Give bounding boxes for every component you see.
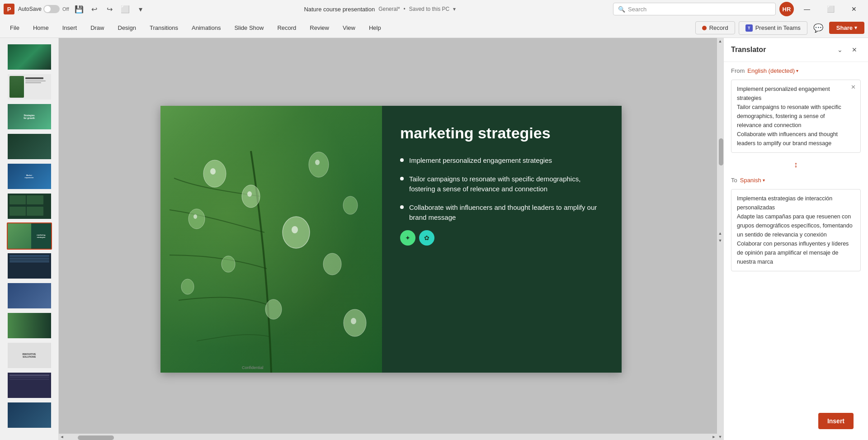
- from-label: From: [731, 67, 745, 74]
- vertical-scroll-thumb[interactable]: [719, 138, 723, 166]
- undo-icon[interactable]: ↩: [88, 3, 101, 15]
- slide-panel: 1 2 3 Strategiesfor growth 4: [0, 38, 59, 440]
- slide-preview-13: [8, 402, 51, 428]
- slide-thumb-6[interactable]: 6: [7, 193, 52, 220]
- from-language-caret-icon: ▾: [796, 68, 798, 73]
- leaf-svg: [160, 106, 382, 373]
- bullet-text-1: Implement personalized engagement strate…: [409, 156, 552, 166]
- titlebar-right: HR — ⬜ ✕: [779, 0, 864, 18]
- save-icon[interactable]: 💾: [73, 3, 85, 15]
- save-caret[interactable]: ▾: [453, 6, 456, 12]
- tab-home[interactable]: Home: [27, 20, 55, 36]
- slide-preview-4: [8, 134, 51, 159]
- slide-thumb-1[interactable]: 1: [7, 43, 52, 71]
- teams-icon: T: [745, 24, 753, 32]
- user-avatar[interactable]: HR: [779, 2, 794, 16]
- slide-thumb-2[interactable]: 2: [7, 73, 52, 100]
- svg-point-14: [315, 160, 320, 165]
- slide-thumb-13[interactable]: 13: [7, 402, 52, 429]
- bullet-dot-2: [400, 177, 404, 180]
- scroll-up-arrow[interactable]: ▲: [717, 230, 723, 237]
- translator-header-icons: ⌄ ✕: [834, 43, 861, 56]
- bullet-text-3: Collaborate with influencers and thought…: [409, 203, 606, 223]
- slide-preview-1: [8, 44, 51, 70]
- slide-thumb-4[interactable]: 4: [7, 133, 52, 160]
- bullet-dot-1: [400, 158, 404, 162]
- slide-thumb-3[interactable]: 3 Strategiesfor growth: [7, 103, 52, 130]
- record-button[interactable]: Record: [695, 21, 735, 34]
- titlebar: P AutoSave Off 💾 ↩ ↪ ⬜ ▾ Nature course p…: [0, 0, 868, 18]
- svg-point-6: [323, 253, 341, 275]
- translator-collapse-button[interactable]: ⌄: [834, 43, 846, 56]
- vertical-scrollbar[interactable]: ▲ ▼ ▲ ▼: [717, 38, 723, 440]
- redo-icon[interactable]: ↪: [104, 3, 116, 15]
- slide-thumb-5[interactable]: 5 Marketexpansion: [7, 163, 52, 190]
- tab-insert[interactable]: Insert: [56, 20, 84, 36]
- search-placeholder: Search: [628, 6, 646, 13]
- tab-draw[interactable]: Draw: [84, 20, 110, 36]
- translator-footer: Insert: [724, 402, 868, 440]
- svg-point-11: [210, 168, 216, 175]
- autosave-control[interactable]: AutoSave Off: [18, 5, 69, 13]
- slide-thumb-9[interactable]: 9: [7, 282, 52, 309]
- insert-translation-button[interactable]: Insert: [818, 413, 854, 429]
- close-button[interactable]: ✕: [844, 0, 864, 18]
- slide-thumb-11[interactable]: 11 INNOVATIVESOLUTIONS: [7, 342, 52, 369]
- maximize-button[interactable]: ⬜: [820, 0, 841, 18]
- translator-close-button[interactable]: ✕: [848, 43, 861, 56]
- tab-help[interactable]: Help: [363, 20, 387, 36]
- slide-canvas[interactable]: marketing strategies Implement personali…: [160, 106, 622, 373]
- tab-slideshow[interactable]: Slide Show: [228, 20, 270, 36]
- svg-point-16: [351, 318, 356, 324]
- tab-review[interactable]: Review: [303, 20, 335, 36]
- svg-point-12: [193, 214, 197, 219]
- slide-image-area: [160, 106, 382, 373]
- horizontal-scrollbar[interactable]: ◄ ►: [59, 434, 717, 440]
- slide-preview-10: [8, 313, 51, 338]
- tab-transitions[interactable]: Transitions: [143, 20, 184, 36]
- slide-preview-5: Marketexpansion: [8, 164, 51, 189]
- ribbon: File Home Insert Draw Design Transitions…: [0, 18, 868, 38]
- slide-thumb-12[interactable]: 12: [7, 372, 52, 399]
- search-bar[interactable]: 🔍 Search: [613, 3, 776, 15]
- source-text-close-button[interactable]: ✕: [849, 83, 858, 92]
- ai-icon-2: ✿: [419, 230, 434, 246]
- share-button[interactable]: Share ▾: [829, 22, 864, 34]
- svg-point-13: [247, 191, 252, 197]
- comments-icon[interactable]: 💬: [811, 21, 826, 35]
- to-language-button[interactable]: Spanish ▾: [740, 177, 765, 184]
- customize-icon[interactable]: ▾: [134, 3, 147, 15]
- ai-icon-row: ✦ ✿: [400, 230, 606, 246]
- horizontal-scroll-thumb[interactable]: [78, 435, 114, 440]
- swap-languages-button[interactable]: ↕: [731, 158, 861, 171]
- present-in-teams-button[interactable]: T Present in Teams: [739, 21, 807, 35]
- tab-file[interactable]: File: [4, 20, 26, 36]
- slide-thumb-7[interactable]: 7 marketingstrategies: [7, 222, 52, 250]
- ai-icon-1: ✦: [400, 230, 415, 246]
- share-label: Share: [836, 24, 853, 31]
- slide-preview-9: [8, 283, 51, 308]
- slide-preview-6: [8, 194, 51, 219]
- slide-thumb-8[interactable]: 8: [7, 252, 52, 279]
- from-language-button[interactable]: English (detected) ▾: [747, 67, 798, 74]
- tab-record[interactable]: Record: [271, 20, 302, 36]
- minimize-button[interactable]: —: [797, 0, 817, 18]
- slide-thumb-10[interactable]: 10: [7, 312, 52, 339]
- present-icon[interactable]: ⬜: [119, 3, 132, 15]
- tab-animations[interactable]: Animations: [185, 20, 227, 36]
- present-label: Present in Teams: [755, 24, 801, 31]
- slide-preview-12: [8, 373, 51, 398]
- tab-design[interactable]: Design: [112, 20, 142, 36]
- tab-view[interactable]: View: [336, 20, 362, 36]
- translated-text-content: Implementa estrategias de interacción pe…: [737, 194, 855, 266]
- toggle-knob: [44, 6, 51, 12]
- scroll-down-arrow[interactable]: ▼: [717, 237, 723, 244]
- to-language-caret-icon: ▾: [763, 178, 765, 183]
- source-text-box[interactable]: ✕ Implement personalized engagement stra…: [731, 80, 861, 153]
- autosave-toggle[interactable]: [43, 5, 60, 13]
- slide-content-area: marketing strategies Implement personali…: [382, 106, 622, 373]
- ribbon-right-actions: Record T Present in Teams 💬 Share ▾: [695, 21, 864, 35]
- translator-panel: Translator ⌄ ✕ From English (detected) ▾…: [723, 38, 868, 440]
- swap-icon: ↕: [794, 160, 798, 170]
- svg-point-15: [292, 226, 298, 233]
